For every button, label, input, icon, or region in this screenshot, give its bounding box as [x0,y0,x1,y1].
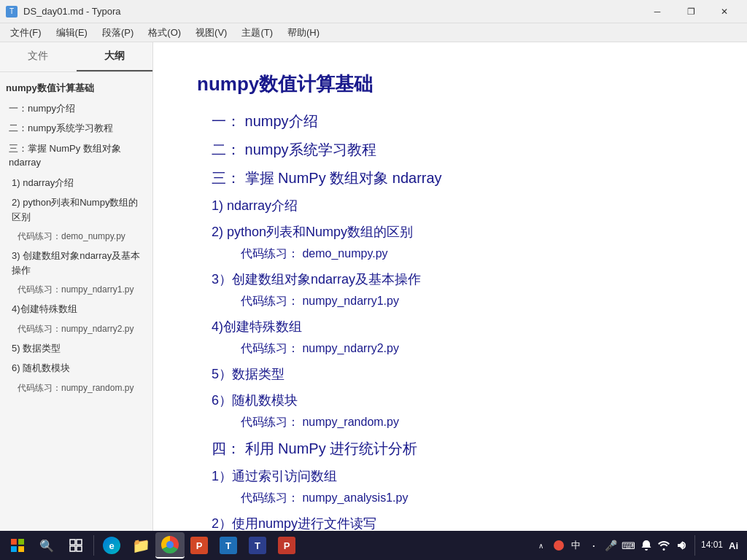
content-section-11: 6）随机数模块 [212,392,703,409]
outline-item-0[interactable]: numpy数值计算基础 [0,78,152,98]
menu-bar: 文件(F) 编辑(E) 段落(P) 格式(O) 视图(V) 主题(T) 帮助(H… [0,23,747,42]
tray-bell[interactable] [639,538,654,553]
minimize-button[interactable]: ─ [640,0,674,23]
content-section-16: 2）使用numpy进行文件读写 [212,515,703,532]
tray-chevron[interactable]: ∧ [534,538,549,553]
content-section-4: 2) python列表和Numpy数组的区别 [212,223,703,241]
outline-item-6[interactable]: 代码练习：demo_numpy.py [0,227,152,246]
start-button[interactable] [3,532,32,559]
ai-badge[interactable]: Ai [729,540,738,551]
editor-content[interactable]: numpy数值计算基础 一： numpy介绍 二： numpy系统学习教程 三：… [153,42,747,560]
svg-rect-7 [77,546,82,551]
menu-view[interactable]: 视图(V) [188,23,234,42]
taskbar-explorer[interactable]: 📁 [126,532,155,559]
tab-outline[interactable]: 大纲 [77,42,153,71]
menu-edit[interactable]: 编辑(E) [49,23,95,42]
outline-item-1[interactable]: 一：numpy介绍 [0,98,152,119]
content-section-15: 代码练习： numpy_analysis1.py [241,491,703,506]
system-tray: ∧ 中 • 🎤 ⌨ 14:01 [528,535,744,556]
menu-file[interactable]: 文件(F) [3,23,49,42]
content-section-14: 1）通过索引访问数组 [212,467,703,485]
taskbar-ppt-red[interactable]: P [272,532,301,559]
tray-dot: • [587,538,601,553]
sidebar: 文件 大纲 numpy数值计算基础 一：numpy介绍 二：numpy系统学习教… [0,42,153,560]
taskbar-typora[interactable]: T [243,532,272,559]
taskbar: 🔍 e 📁 P T T P ∧ 中 • � [0,531,747,560]
window-title: DS_day01.md - Typora [23,6,120,17]
tray-wifi[interactable] [657,538,671,553]
menu-paragraph[interactable]: 段落(P) [95,23,141,42]
sidebar-tabs: 文件 大纲 [0,42,152,72]
content-section-13: 四： 利用 NumPy 进行统计分析 [212,439,703,459]
tray-ime[interactable]: 中 [569,538,584,553]
menu-help[interactable]: 帮助(H) [280,23,327,42]
title-bar: T DS_day01.md - Typora ─ ❐ ✕ [0,0,747,23]
content-section-5: 代码练习： demo_numpy.py [241,246,703,262]
window-controls: ─ ❐ ✕ [640,0,741,23]
content-section-7: 代码练习： numpy_ndarry1.py [241,294,703,309]
taskbar-ppt-orange[interactable]: P [185,532,214,559]
content-section-10: 5）数据类型 [212,365,703,383]
taskbar-app4[interactable]: T [214,532,243,559]
svg-rect-1 [18,539,24,545]
tray-keyboard[interactable]: ⌨ [622,538,636,553]
outline-item-3[interactable]: 三：掌握 NumPy 数组对象 ndarray [0,139,152,173]
task-view-button[interactable] [61,532,90,559]
content-section-12: 代码练习： numpy_random.py [241,415,703,430]
content-section-9: 代码练习： numpy_ndarry2.py [241,341,703,357]
outline-item-2[interactable]: 二：numpy系统学习教程 [0,118,152,139]
svg-rect-6 [70,546,75,551]
menu-format[interactable]: 格式(O) [141,23,188,42]
tab-file[interactable]: 文件 [0,42,77,71]
content-section-1: 二： numpy系统学习教程 [212,140,703,160]
outline-item-5[interactable]: 2) python列表和Numpy数组的区别 [0,192,152,227]
tray-volume[interactable] [674,538,689,553]
taskbar-edge[interactable]: e [97,532,126,559]
outline-item-12[interactable]: 6) 随机数模块 [0,358,152,378]
outline-item-7[interactable]: 3) 创建数组对象ndarray及基本操作 [0,246,152,280]
tray-mic[interactable]: 🎤 [604,538,619,553]
search-button[interactable]: 🔍 [32,532,61,559]
content-section-6: 3）创建数组对象ndarray及基本操作 [212,271,703,288]
taskbar-chrome[interactable] [155,532,185,559]
content-section-3: 1) ndarray介绍 [212,197,703,214]
main-content-wrapper: 文件 大纲 numpy数值计算基础 一：numpy介绍 二：numpy系统学习教… [0,42,747,560]
title-bar-left: T DS_day01.md - Typora [6,6,120,18]
app-icon: T [6,6,18,18]
menu-theme[interactable]: 主题(T) [234,23,280,42]
svg-rect-4 [70,540,75,545]
content-h1: numpy数值计算基础 [197,71,703,97]
outline-item-9[interactable]: 4)创建特殊数组 [0,299,152,319]
outline-item-10[interactable]: 代码练习：numpy_ndarry2.py [0,319,152,338]
content-section-8: 4)创建特殊数组 [212,318,703,335]
svg-rect-0 [11,539,17,545]
outline-item-11[interactable]: 5) 数据类型 [0,338,152,359]
svg-rect-3 [18,546,24,552]
outline-item-13[interactable]: 代码练习：numpy_random.py [0,378,152,397]
content-section-0: 一： numpy介绍 [212,112,703,131]
tray-red-dot [551,538,566,553]
clock-time: 14:01 [701,540,723,551]
maximize-button[interactable]: ❐ [674,0,708,23]
taskbar-clock[interactable]: 14:01 [701,540,723,551]
svg-rect-5 [77,540,82,545]
sidebar-outline-content[interactable]: numpy数值计算基础 一：numpy介绍 二：numpy系统学习教程 三：掌握… [0,72,152,560]
outline-item-8[interactable]: 代码练习：numpy_ndarry1.py [0,280,152,299]
content-section-2: 三： 掌握 NumPy 数组对象 ndarray [212,168,703,188]
svg-rect-2 [11,546,17,552]
close-button[interactable]: ✕ [708,0,741,23]
outline-item-4[interactable]: 1) ndarray介绍 [0,173,152,193]
